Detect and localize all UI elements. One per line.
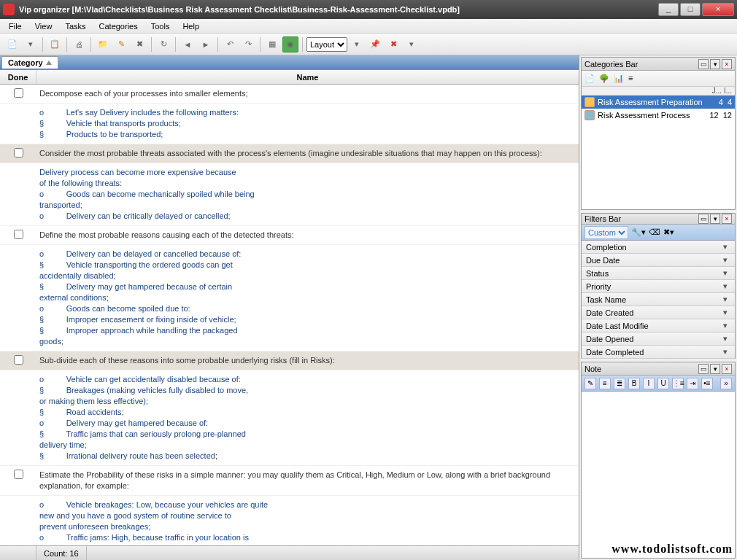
note-row[interactable]: Delivery process can become more expensi… — [0, 163, 579, 226]
done-checkbox[interactable] — [14, 470, 23, 479]
add-category-icon[interactable]: 📄 — [584, 74, 595, 84]
note-editor[interactable] — [582, 392, 735, 558]
more-icon[interactable]: ▾ — [404, 36, 420, 52]
note-indent-icon[interactable]: ⇥ — [687, 378, 698, 389]
task-row[interactable]: Sub-divide each of these reasons into so… — [0, 351, 579, 370]
menu-categories[interactable]: Categories — [93, 20, 144, 32]
nav-back-icon[interactable]: ◄ — [180, 36, 196, 52]
filter-field-row[interactable]: Status▾ — [582, 267, 735, 280]
filter-preset-select[interactable]: Custom — [584, 226, 628, 239]
copy-icon[interactable]: 📋 — [47, 36, 63, 52]
new-doc-icon[interactable]: 📄 — [4, 36, 20, 52]
chevron-down-icon[interactable]: ▾ — [720, 321, 730, 330]
category-group-tab[interactable]: Category — [1, 56, 58, 69]
filter-field-name: Priority — [586, 282, 720, 291]
filter-field-row[interactable]: Date Completed▾ — [582, 346, 735, 359]
nav-fwd-icon[interactable]: ► — [198, 36, 214, 52]
panel-pin-icon[interactable]: ▾ — [710, 214, 720, 224]
filter-field-row[interactable]: Priority▾ — [582, 280, 735, 293]
folder-icon[interactable]: 📁 — [95, 36, 111, 52]
close-button[interactable]: × — [702, 3, 734, 16]
note-row[interactable]: o Let's say Delivery includes the follow… — [0, 104, 579, 144]
category-item[interactable]: Risk Assessment Process1212 — [582, 109, 735, 122]
done-checkbox[interactable] — [14, 88, 23, 98]
note-edit-icon[interactable]: ✎ — [584, 378, 596, 389]
note-row[interactable]: o Delivery can be delayed or cancelled b… — [0, 245, 579, 351]
chevron-down-icon[interactable]: ▾ — [720, 347, 730, 357]
chevron-down-icon[interactable]: ▾ — [720, 281, 730, 291]
task-row[interactable]: Consider the most probable threats assoc… — [0, 144, 579, 163]
statusbar: Count: 16 — [0, 545, 579, 560]
undo-icon[interactable]: ↶ — [222, 36, 238, 52]
filter-icon[interactable]: ≡ — [628, 74, 638, 84]
grid-header: Done Name — [0, 70, 579, 85]
tree-icon[interactable]: 🌳 — [599, 74, 609, 84]
panel-dock-icon[interactable]: ▭ — [698, 214, 709, 224]
chart-icon[interactable]: 📊 — [614, 74, 624, 84]
toolbar: 📄 ▾ 📋 🖨 📁 ✎ ✖ ↻ ◄ ► ↶ ↷ ▦ ◉ Layout ▾ 📌 ✖… — [0, 34, 737, 55]
chevron-down-icon[interactable]: ▾ — [720, 268, 730, 278]
panel-close-icon[interactable]: × — [722, 59, 732, 69]
filter-field-row[interactable]: Completion▾ — [582, 241, 735, 254]
filter-field-row[interactable]: Due Date▾ — [582, 254, 735, 267]
clear-icon[interactable]: ✖ — [385, 36, 401, 52]
category-icon — [584, 97, 595, 107]
filter-clear-icon[interactable]: ⌫ — [649, 228, 660, 237]
panel-pin-icon[interactable]: ▾ — [710, 364, 720, 374]
layout-dropdown-icon[interactable]: ▾ — [349, 36, 365, 52]
maximize-button[interactable]: □ — [680, 3, 701, 16]
refresh-icon[interactable]: ↻ — [155, 36, 171, 52]
chevron-down-icon[interactable]: ▾ — [720, 242, 730, 252]
done-checkbox[interactable] — [14, 355, 23, 365]
minimize-button[interactable]: _ — [658, 3, 679, 16]
note-underline-icon[interactable]: U — [657, 378, 669, 389]
filter-remove-icon[interactable]: ✖▾ — [663, 228, 674, 237]
menu-tasks[interactable]: Tasks — [59, 20, 91, 32]
panel-pin-icon[interactable]: ▾ — [710, 59, 720, 69]
done-checkbox[interactable] — [14, 230, 23, 239]
redo-icon[interactable]: ↷ — [240, 36, 256, 52]
chevron-down-icon[interactable]: ▾ — [720, 295, 730, 304]
filter-apply-icon[interactable]: 🔧▾ — [631, 228, 646, 237]
menu-file[interactable]: File — [3, 20, 28, 32]
column-name[interactable]: Name — [36, 70, 579, 84]
layout-select[interactable]: Layout — [306, 37, 347, 52]
delete-icon[interactable]: ✖ — [131, 36, 147, 52]
task-row[interactable]: Decompose each of your processes into sm… — [0, 85, 579, 104]
filter-field-row[interactable]: Date Created▾ — [582, 306, 735, 319]
filter-field-row[interactable]: Date Opened▾ — [582, 332, 735, 346]
chevron-down-icon[interactable]: ▾ — [720, 308, 730, 317]
chevron-down-icon[interactable]: ▾ — [720, 255, 730, 265]
note-align-center-icon[interactable]: ≣ — [614, 378, 625, 389]
print-icon[interactable]: 🖨 — [71, 36, 87, 52]
note-bullets-icon[interactable]: •≡ — [701, 378, 713, 389]
menu-help[interactable]: Help — [177, 20, 205, 32]
task-row[interactable]: Estimate the Probability of these risks … — [0, 466, 579, 496]
view2-icon[interactable]: ◉ — [282, 36, 298, 52]
pin-icon[interactable]: 📌 — [367, 36, 383, 52]
filter-field-name: Task Name — [586, 295, 720, 304]
panel-close-icon[interactable]: × — [722, 364, 732, 374]
note-expand-icon[interactable]: » — [720, 378, 732, 389]
chevron-down-icon[interactable]: ▾ — [720, 334, 730, 343]
note-bold-icon[interactable]: B — [628, 378, 640, 389]
note-italic-icon[interactable]: I — [643, 378, 655, 389]
menu-view[interactable]: View — [29, 20, 58, 32]
task-row[interactable]: Define the most probable reasons causing… — [0, 226, 579, 245]
category-item[interactable]: Risk Assessment Preparation44 — [582, 96, 735, 109]
dropdown-icon[interactable]: ▾ — [23, 36, 39, 52]
note-row[interactable]: o Vehicle can get accidentally disabled … — [0, 370, 579, 466]
panel-dock-icon[interactable]: ▭ — [698, 59, 709, 69]
note-align-left-icon[interactable]: ≡ — [599, 378, 611, 389]
menu-tools[interactable]: Tools — [145, 20, 176, 32]
filter-field-row[interactable]: Date Last Modifie▾ — [582, 319, 735, 332]
done-checkbox[interactable] — [14, 148, 23, 158]
column-done[interactable]: Done — [0, 70, 36, 84]
filter-field-row[interactable]: Task Name▾ — [582, 293, 735, 306]
view1-icon[interactable]: ▦ — [264, 36, 280, 52]
panel-close-icon[interactable]: × — [722, 214, 732, 224]
edit-icon[interactable]: ✎ — [113, 36, 129, 52]
note-list-icon[interactable]: ⋮≡ — [672, 378, 684, 389]
note-row[interactable]: o Vehicle breakages: Low, because your v… — [0, 496, 579, 545]
panel-dock-icon[interactable]: ▭ — [698, 364, 709, 374]
